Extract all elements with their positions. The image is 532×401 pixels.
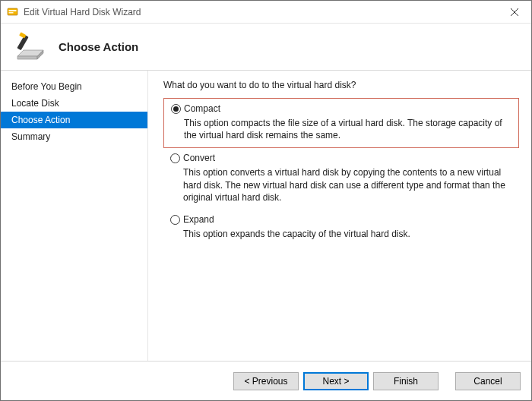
svg-rect-0: [8, 8, 17, 15]
option-text: CompactThis option compacts the file siz…: [184, 103, 515, 141]
wizard-window: Edit Virtual Hard Disk Wizard Choose Act…: [0, 0, 532, 401]
radio-convert[interactable]: [170, 153, 180, 163]
radio-cell: [166, 153, 183, 204]
window-title: Edit Virtual Hard Disk Wizard: [24, 7, 141, 17]
question-text: What do you want to do to the virtual ha…: [163, 80, 519, 90]
option-compact[interactable]: CompactThis option compacts the file siz…: [163, 98, 519, 148]
wizard-sidebar: Before You BeginLocate DiskChoose Action…: [1, 71, 148, 361]
sidebar-item-summary[interactable]: Summary: [1, 128, 147, 145]
option-label: Convert: [183, 153, 513, 163]
radio-compact[interactable]: [171, 104, 181, 114]
titlebar: Edit Virtual Hard Disk Wizard: [1, 1, 531, 24]
radio-cell: [167, 103, 184, 141]
option-text: ConvertThis option converts a virtual ha…: [183, 153, 516, 204]
svg-marker-6: [17, 56, 37, 59]
radio-cell: [166, 214, 183, 240]
option-expand[interactable]: ExpandThis option expands the capacity o…: [163, 210, 519, 246]
app-icon: [7, 6, 19, 18]
finish-button[interactable]: Finish: [373, 372, 439, 390]
option-description: This option converts a virtual hard disk…: [183, 166, 513, 204]
option-description: This option expands the capacity of the …: [183, 228, 513, 240]
option-description: This option compacts the file size of a …: [184, 117, 512, 141]
svg-rect-2: [9, 12, 14, 14]
radio-expand[interactable]: [170, 215, 180, 225]
svg-rect-1: [9, 10, 17, 11]
radio-dot-icon: [173, 106, 179, 112]
sidebar-item-before-you-begin[interactable]: Before You Begin: [1, 78, 147, 95]
next-button[interactable]: Next >: [303, 372, 369, 390]
sidebar-item-choose-action[interactable]: Choose Action: [1, 112, 147, 128]
sidebar-item-locate-disk[interactable]: Locate Disk: [1, 95, 147, 112]
options-container: CompactThis option compacts the file siz…: [163, 98, 519, 246]
wizard-header: Choose Action: [1, 24, 531, 71]
close-icon: [511, 8, 518, 16]
previous-button[interactable]: < Previous: [233, 372, 299, 390]
wizard-content: What do you want to do to the virtual ha…: [148, 71, 531, 361]
cancel-button[interactable]: Cancel: [455, 372, 521, 390]
wizard-icon: [14, 32, 49, 62]
option-label: Compact: [184, 103, 512, 114]
wizard-body: Before You BeginLocate DiskChoose Action…: [1, 71, 531, 361]
option-convert[interactable]: ConvertThis option converts a virtual ha…: [163, 148, 519, 210]
option-text: ExpandThis option expands the capacity o…: [183, 214, 516, 240]
page-title: Choose Action: [59, 40, 138, 53]
option-label: Expand: [183, 214, 513, 225]
wizard-footer: < Previous Next > Finish Cancel: [1, 361, 531, 400]
close-button[interactable]: [497, 1, 531, 24]
